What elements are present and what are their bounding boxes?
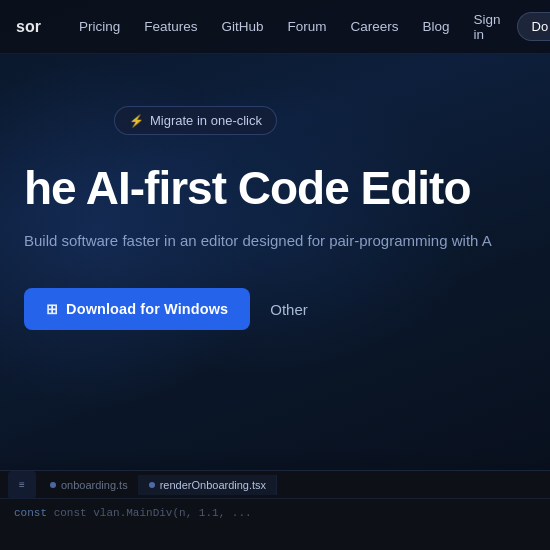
page-wrapper: sor Pricing Features GitHub Forum Career… <box>0 0 550 550</box>
code-keyword: const <box>14 507 47 519</box>
editor-strip: ≡ onboarding.ts renderOnboarding.tsx con… <box>0 450 550 550</box>
nav-link-github[interactable]: GitHub <box>211 13 273 40</box>
hero-subtitle: Build software faster in an editor desig… <box>24 230 526 253</box>
editor-content: const const vlan.MainDiv(n, 1.1, ... <box>0 499 550 529</box>
brand-logo: sor <box>16 18 41 36</box>
other-button[interactable]: Other <box>270 297 308 322</box>
hero-title: he AI-first Code Edito <box>24 163 526 214</box>
download-label: Download for Windows <box>66 301 228 317</box>
tab-dot <box>50 482 56 488</box>
download-button[interactable]: ⊞ Download for Windows <box>24 288 250 330</box>
editor-panel: ≡ onboarding.ts renderOnboarding.tsx con… <box>0 470 550 550</box>
windows-icon: ⊞ <box>46 301 58 317</box>
signin-link[interactable]: Sign in <box>464 6 511 48</box>
code-text: const vlan.MainDiv(n, 1.1, ... <box>54 507 252 519</box>
editor-tabs: ≡ onboarding.ts renderOnboarding.tsx <box>0 471 550 499</box>
editor-tab-render-onboarding[interactable]: renderOnboarding.tsx <box>139 475 277 495</box>
editor-sidebar-toggle[interactable]: ≡ <box>8 471 36 499</box>
nav-links: Pricing Features GitHub Forum Careers Bl… <box>69 13 460 40</box>
tab-label-onboarding: onboarding.ts <box>61 479 128 491</box>
nav-link-forum[interactable]: Forum <box>277 13 336 40</box>
nav-cta-button[interactable]: Do <box>517 12 550 41</box>
editor-tab-onboarding[interactable]: onboarding.ts <box>40 475 139 495</box>
tab-dot-active <box>149 482 155 488</box>
nav-link-blog[interactable]: Blog <box>413 13 460 40</box>
code-line: const const vlan.MainDiv(n, 1.1, ... <box>14 505 536 523</box>
migrate-badge[interactable]: ⚡ Migrate in one-click <box>114 106 277 135</box>
navbar: sor Pricing Features GitHub Forum Career… <box>0 0 550 54</box>
nav-link-features[interactable]: Features <box>134 13 207 40</box>
tab-label-render: renderOnboarding.tsx <box>160 479 266 491</box>
hero-section: ⚡ Migrate in one-click he AI-first Code … <box>0 54 550 330</box>
cta-row: ⊞ Download for Windows Other <box>24 288 526 330</box>
badge-icon: ⚡ <box>129 114 144 128</box>
badge-text: Migrate in one-click <box>150 113 262 128</box>
nav-link-careers[interactable]: Careers <box>341 13 409 40</box>
nav-link-pricing[interactable]: Pricing <box>69 13 130 40</box>
